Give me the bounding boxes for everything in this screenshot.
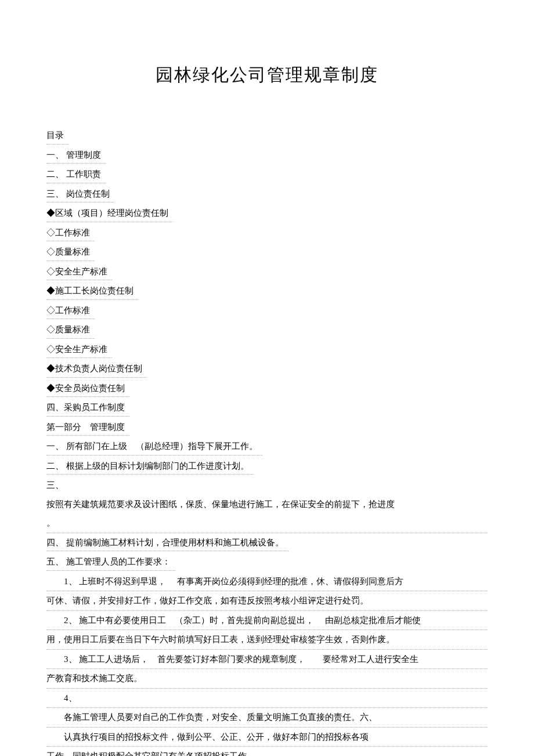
- paragraph: 三、: [46, 476, 488, 495]
- document-title: 园林绿化公司管理规章制度: [46, 58, 488, 91]
- paragraph: 五、 施工管理人员的工作要求：: [46, 554, 175, 571]
- toc-item: ◇工作标准: [46, 225, 95, 242]
- toc-item: ◇安全生产标准: [46, 263, 112, 281]
- paragraph: 四、 提前编制施工材料计划，合理使用材料和施工机械设备。: [46, 534, 288, 552]
- toc-item: ◆区域（项目）经理岗位责任制: [46, 205, 173, 222]
- toc-item: 二、 工作职责: [46, 166, 106, 183]
- paragraph: 4、: [46, 689, 488, 708]
- paragraph: 二、 根据上级的目标计划编制部门的工作进度计划。: [46, 458, 254, 475]
- toc-item: ◆技术负责人岗位责任制: [46, 360, 147, 378]
- toc-item: ◆施工工长岗位责任制: [46, 283, 138, 300]
- toc-item: ◇质量标准: [46, 321, 95, 339]
- toc-item: 一、 管理制度: [46, 147, 106, 164]
- part1-heading: 第一部分 管理制度: [46, 419, 129, 436]
- paragraph: 一、 所有部门在上级 （副总经理）指导下展开工作。: [46, 438, 262, 455]
- toc-item: ◇质量标准: [46, 244, 95, 261]
- paragraph: 3、 施工工人进场后， 首先要签订好本部门要求的规章制度， 要经常对工人进行安全…: [46, 650, 488, 670]
- paragraph: 认真执行项目的招投标文件，做到公平、公正、公开，做好本部门的招投标各项: [46, 728, 488, 747]
- toc-item: ◇工作标准: [46, 302, 95, 320]
- paragraph: 1、 上班时不得迟到早退， 有事离开岗位必须得到经理的批准，休、请假得到同意后方: [46, 572, 488, 592]
- paragraph: 工作，同时也积极配合其它部门有关各项招投标工作。: [46, 748, 260, 756]
- toc-heading: 目录: [46, 127, 68, 144]
- toc-item: ◇安全生产标准: [46, 341, 112, 359]
- part-1: 第一部分 管理制度 一、 所有部门在上级 （副总经理）指导下展开工作。 二、 根…: [46, 418, 488, 757]
- paragraph: 按照有关建筑规范要求及设计图纸，保质、保量地进行施工，在保证安全的前提下，抢进度: [46, 495, 488, 514]
- paragraph: 各施工管理人员要对自己的工作负责，对安全、质量文明施工负直接的责任。六、: [46, 708, 488, 728]
- toc-item: ◆安全员岗位责任制: [46, 380, 129, 397]
- paragraph: 2、 施工中有必要使用日工 （杂工）时，首先提前向副总提出， 由副总核定批准后才…: [46, 611, 488, 631]
- toc-item: 三、 岗位责任制: [46, 186, 114, 203]
- toc-item: 四、采购员工作制度: [46, 399, 129, 417]
- paragraph: 可休、请假，并安排好工作，做好工作交底，如有违反按照考核小组评定进行处罚。: [46, 591, 488, 611]
- paragraph: 产教育和技术施工交底。: [46, 669, 488, 689]
- paragraph: 用，使用日工后要在当日下午六时前填写好日工表，送到经理处审核签字生效，否则作废。: [46, 630, 488, 650]
- table-of-contents: 目录 一、 管理制度 二、 工作职责 三、 岗位责任制 ◆区域（项目）经理岗位责…: [46, 126, 488, 418]
- paragraph: 。: [46, 513, 488, 533]
